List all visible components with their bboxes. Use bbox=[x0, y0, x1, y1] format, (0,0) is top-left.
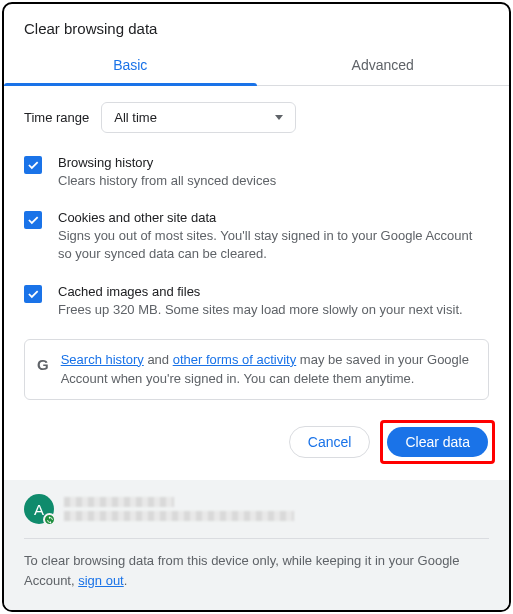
tab-label: Advanced bbox=[352, 57, 414, 73]
time-range-select[interactable]: All time bbox=[101, 102, 296, 133]
link-sign-out[interactable]: sign out bbox=[78, 573, 124, 588]
button-row: Cancel Clear data bbox=[4, 402, 509, 480]
divider bbox=[24, 538, 489, 539]
caret-down-icon bbox=[275, 115, 283, 120]
option-desc: Clears history from all synced devices bbox=[58, 172, 276, 190]
option-cookies: Cookies and other site data Signs you ou… bbox=[24, 210, 489, 263]
dialog-body: Time range All time Browsing history Cle… bbox=[4, 86, 509, 402]
link-search-history[interactable]: Search history bbox=[61, 352, 144, 367]
clear-data-button[interactable]: Clear data bbox=[387, 427, 488, 457]
option-title: Cached images and files bbox=[58, 284, 463, 299]
checkbox-cookies[interactable] bbox=[24, 211, 42, 229]
option-text: Browsing history Clears history from all… bbox=[58, 155, 276, 190]
google-g-icon: G bbox=[37, 356, 49, 373]
info-text: Search history and other forms of activi… bbox=[61, 350, 476, 389]
footer-text: To clear browsing data from this device … bbox=[24, 551, 489, 590]
dialog-title: Clear browsing data bbox=[4, 4, 509, 47]
clear-browsing-data-dialog: Clear browsing data Basic Advanced Time … bbox=[2, 2, 511, 612]
button-label: Clear data bbox=[405, 434, 470, 450]
checkbox-browsing-history[interactable] bbox=[24, 156, 42, 174]
time-range-value: All time bbox=[114, 110, 157, 125]
option-desc: Signs you out of most sites. You'll stay… bbox=[58, 227, 489, 263]
info-box: G Search history and other forms of acti… bbox=[24, 339, 489, 400]
check-icon bbox=[26, 287, 40, 301]
info-mid: and bbox=[144, 352, 173, 367]
tab-basic[interactable]: Basic bbox=[4, 47, 257, 85]
tab-label: Basic bbox=[113, 57, 147, 73]
time-range-row: Time range All time bbox=[24, 102, 489, 133]
option-cache: Cached images and files Frees up 320 MB.… bbox=[24, 284, 489, 319]
footer-post: . bbox=[124, 573, 128, 588]
option-browsing-history: Browsing history Clears history from all… bbox=[24, 155, 489, 190]
time-range-label: Time range bbox=[24, 110, 89, 125]
check-icon bbox=[26, 213, 40, 227]
cancel-button[interactable]: Cancel bbox=[289, 426, 371, 458]
tab-bar: Basic Advanced bbox=[4, 47, 509, 86]
avatar-initial: A bbox=[34, 501, 44, 518]
option-text: Cached images and files Frees up 320 MB.… bbox=[58, 284, 463, 319]
check-icon bbox=[26, 158, 40, 172]
button-label: Cancel bbox=[308, 434, 352, 450]
option-title: Browsing history bbox=[58, 155, 276, 170]
avatar: A bbox=[24, 494, 54, 524]
option-text: Cookies and other site data Signs you ou… bbox=[58, 210, 489, 263]
checkbox-cache[interactable] bbox=[24, 285, 42, 303]
tab-advanced[interactable]: Advanced bbox=[257, 47, 510, 85]
option-title: Cookies and other site data bbox=[58, 210, 489, 225]
redacted-line bbox=[64, 511, 294, 521]
redacted-line bbox=[64, 497, 174, 507]
link-other-activity[interactable]: other forms of activity bbox=[173, 352, 297, 367]
dialog-footer: A To clear browsing data from this devic… bbox=[4, 480, 509, 610]
account-info-redacted bbox=[64, 497, 294, 521]
option-desc: Frees up 320 MB. Some sites may load mor… bbox=[58, 301, 463, 319]
highlight-box: Clear data bbox=[380, 420, 495, 464]
account-row: A bbox=[24, 494, 489, 524]
sync-badge-icon bbox=[43, 513, 56, 526]
